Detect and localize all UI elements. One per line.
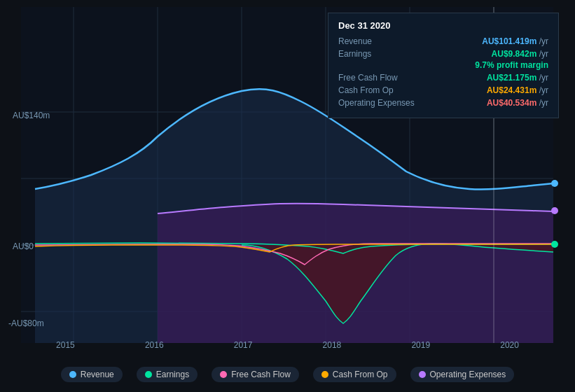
- legend-dot-cashfromop: [321, 371, 328, 378]
- tooltip-box: Dec 31 2020 Revenue AU$101.419m /yr Earn…: [328, 13, 559, 118]
- tooltip-date: Dec 31 2020: [338, 20, 548, 31]
- chart-container: AU$140m AU$0 -AU$80m 2015 2016 2017 2018…: [0, 0, 575, 392]
- tooltip-opex-label: Operating Expenses: [338, 98, 422, 108]
- legend-label-fcf: Free Cash Flow: [231, 370, 291, 379]
- legend-dot-opex: [419, 371, 426, 378]
- legend-label-cashfromop: Cash From Op: [333, 370, 388, 379]
- svg-point-13: [551, 207, 558, 214]
- legend-dot-fcf: [220, 371, 227, 378]
- svg-point-12: [551, 180, 558, 187]
- tooltip-fcf-value: AU$21.175m /yr: [487, 73, 548, 83]
- legend-earnings[interactable]: Earnings: [137, 367, 198, 382]
- chart-legend: Revenue Earnings Free Cash Flow Cash Fro…: [0, 367, 575, 382]
- x-label-2020: 2020: [500, 340, 519, 350]
- tooltip-profit-margin: 9.7% profit margin: [338, 60, 548, 70]
- svg-point-14: [551, 241, 558, 248]
- y-label-top: AU$140m: [13, 111, 50, 120]
- legend-cashfromop[interactable]: Cash From Op: [313, 367, 396, 382]
- x-label-2019: 2019: [411, 340, 430, 350]
- tooltip-cashfromop-row: Cash From Op AU$24.431m /yr: [338, 85, 548, 95]
- tooltip-earnings-row: Earnings AU$9.842m /yr: [338, 49, 548, 59]
- legend-opex[interactable]: Operating Expenses: [410, 367, 515, 382]
- x-label-2016: 2016: [145, 340, 164, 350]
- x-axis-labels: 2015 2016 2017 2018 2019 2020: [0, 340, 575, 350]
- x-label-2018: 2018: [323, 340, 342, 350]
- tooltip-earnings-label: Earnings: [338, 49, 422, 59]
- tooltip-revenue-row: Revenue AU$101.419m /yr: [338, 36, 548, 46]
- tooltip-cashfromop-label: Cash From Op: [338, 85, 422, 95]
- tooltip-revenue-value: AU$101.419m /yr: [482, 36, 548, 46]
- tooltip-opex-value: AU$40.534m /yr: [487, 98, 548, 108]
- tooltip-opex-row: Operating Expenses AU$40.534m /yr: [338, 98, 548, 108]
- tooltip-cashfromop-value: AU$24.431m /yr: [487, 85, 548, 95]
- tooltip-fcf-label: Free Cash Flow: [338, 73, 422, 83]
- legend-label-revenue: Revenue: [81, 370, 114, 379]
- legend-dot-revenue: [69, 371, 76, 378]
- legend-label-earnings: Earnings: [156, 370, 189, 379]
- x-label-2017: 2017: [234, 340, 253, 350]
- y-label-zero: AU$0: [13, 241, 34, 251]
- y-label-bottom: -AU$80m: [8, 318, 44, 328]
- legend-fcf[interactable]: Free Cash Flow: [212, 367, 299, 382]
- legend-label-opex: Operating Expenses: [430, 370, 506, 379]
- legend-revenue[interactable]: Revenue: [61, 367, 123, 382]
- x-label-2015: 2015: [56, 340, 75, 350]
- tooltip-earnings-value: AU$9.842m /yr: [492, 49, 548, 59]
- tooltip-revenue-label: Revenue: [338, 36, 422, 46]
- tooltip-fcf-row: Free Cash Flow AU$21.175m /yr: [338, 73, 548, 83]
- legend-dot-earnings: [145, 371, 152, 378]
